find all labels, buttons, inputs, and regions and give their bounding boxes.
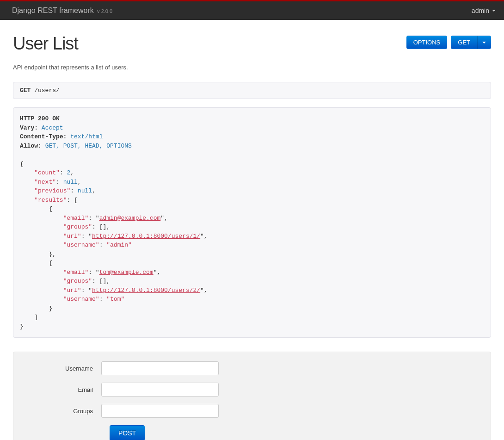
post-button[interactable]: POST: [110, 425, 145, 440]
get-button-group: GET: [451, 36, 491, 49]
next-val: null: [63, 179, 78, 186]
vary-value: Accept: [42, 124, 63, 131]
get-button[interactable]: GET: [451, 36, 477, 49]
user-menu[interactable]: admin: [472, 7, 496, 14]
status-line: HTTP 200 OK: [20, 115, 60, 122]
allow-label: Allow:: [20, 143, 42, 149]
u1-url-key: "url": [63, 287, 81, 294]
post-form: Username Email Groups POST: [13, 352, 491, 440]
form-row-email: Email: [23, 383, 481, 397]
u1-groups-key: "groups": [63, 278, 92, 285]
request-box: GET /users/: [13, 82, 491, 99]
brand[interactable]: Django REST framework v 2.0.0: [12, 6, 112, 15]
caret-down-icon: [482, 42, 486, 43]
vary-label: Vary:: [20, 124, 38, 131]
allow-value: GET, POST, HEAD, OPTIONS: [45, 143, 132, 149]
brand-version: v 2.0.0: [97, 8, 112, 14]
prev-key: "previous": [34, 187, 70, 194]
next-key: "next": [34, 179, 56, 186]
u0-url-link[interactable]: http://127.0.0.1:8000/users/1/: [92, 233, 200, 240]
form-actions: POST: [110, 425, 481, 440]
u1-username-key: "username": [63, 296, 99, 303]
u1-url-link[interactable]: http://127.0.0.1:8000/users/2/: [92, 287, 200, 294]
u0-username-val: "admin": [106, 242, 132, 248]
title-row: User List OPTIONS GET: [13, 34, 491, 54]
endpoint-description: API endpoint that represents a list of u…: [13, 64, 491, 71]
u0-url-key: "url": [63, 233, 81, 240]
u1-username-val: "tom": [106, 296, 124, 303]
u0-username-key: "username": [63, 242, 99, 248]
u1-email-key: "email": [63, 269, 89, 276]
main-container: User List OPTIONS GET API endpoint that …: [0, 20, 504, 440]
page-title: User List: [13, 34, 78, 54]
u0-groups-key: "groups": [63, 223, 92, 230]
email-input[interactable]: [101, 383, 219, 397]
u0-groups-val: []: [99, 223, 107, 230]
response-box: HTTP 200 OK Vary: Accept Content-Type: t…: [13, 107, 491, 338]
navbar: Django REST framework v 2.0.0 admin: [0, 1, 504, 20]
count-key: "count": [34, 169, 60, 176]
ct-value: text/html: [70, 133, 103, 140]
results-key: "results": [34, 197, 67, 204]
username-input[interactable]: [101, 361, 219, 375]
form-row-username: Username: [23, 361, 481, 375]
caret-down-icon: [492, 10, 496, 12]
u0-email-key: "email": [63, 215, 89, 222]
u0-email-link[interactable]: admin@example.com: [99, 215, 161, 222]
options-button[interactable]: OPTIONS: [406, 36, 448, 49]
groups-input[interactable]: [101, 404, 219, 418]
action-buttons: OPTIONS GET: [406, 36, 491, 49]
user-name: admin: [472, 7, 489, 14]
request-method: GET: [20, 87, 31, 94]
get-dropdown-toggle[interactable]: [477, 36, 491, 49]
response-pre: HTTP 200 OK Vary: Accept Content-Type: t…: [20, 114, 484, 331]
request-path: /users/: [34, 87, 60, 94]
brand-name: Django REST framework: [12, 6, 94, 14]
u1-email-link[interactable]: tom@example.com: [99, 269, 154, 276]
u1-groups-val: []: [99, 278, 107, 285]
username-label: Username: [23, 365, 101, 372]
ct-label: Content-Type:: [20, 133, 67, 140]
form-row-groups: Groups: [23, 404, 481, 418]
prev-val: null: [78, 187, 92, 194]
groups-label: Groups: [23, 408, 101, 415]
email-label: Email: [23, 386, 101, 393]
